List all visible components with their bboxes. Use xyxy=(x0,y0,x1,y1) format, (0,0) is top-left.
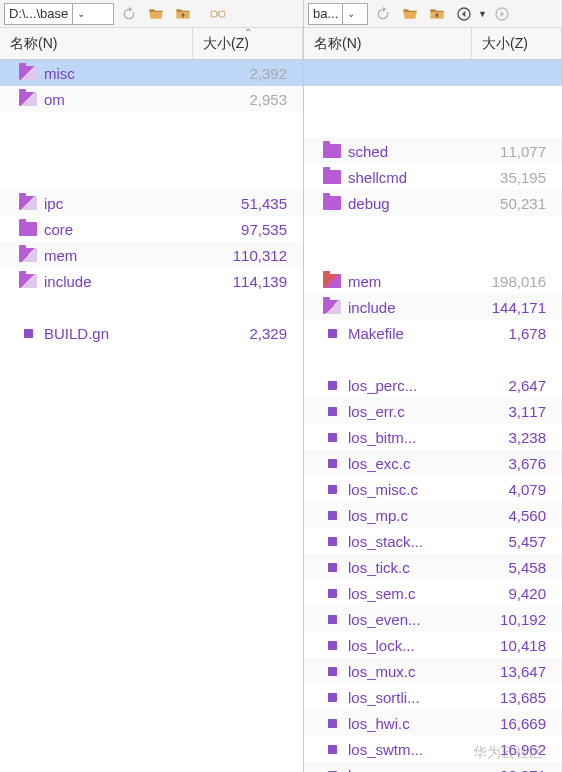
right-file-list[interactable]: sched11,077shellcmd35,195debug50,231mem1… xyxy=(304,60,562,772)
file-icon xyxy=(328,485,337,494)
list-item[interactable]: los_sortli...13,685 xyxy=(304,684,562,710)
history-back-button[interactable]: ▼ xyxy=(452,3,487,25)
item-name: Makefile xyxy=(348,325,469,342)
svg-rect-0 xyxy=(211,11,217,17)
list-item[interactable]: los_mp.c4,560 xyxy=(304,502,562,528)
list-item[interactable]: debug50,231 xyxy=(304,190,562,216)
list-item[interactable]: shellcmd35,195 xyxy=(304,164,562,190)
list-item[interactable]: core97,535 xyxy=(0,216,303,242)
item-size: 51,435 xyxy=(210,195,295,212)
right-toolbar: ba... ⌄ ▼ xyxy=(304,0,562,28)
list-item[interactable]: los_sem.c9,420 xyxy=(304,580,562,606)
list-item[interactable]: los_exc.c3,676 xyxy=(304,450,562,476)
item-size: 10,192 xyxy=(469,611,554,628)
chevron-down-icon[interactable]: ▼ xyxy=(476,9,487,19)
list-item[interactable]: los_mux.c13,647 xyxy=(304,658,562,684)
item-size: 5,457 xyxy=(469,533,554,550)
list-item[interactable]: om2,953 xyxy=(0,86,303,112)
file-icon xyxy=(328,641,337,650)
item-size: 110,312 xyxy=(210,247,295,264)
folder-icon xyxy=(19,222,37,236)
item-name: ipc xyxy=(44,195,210,212)
item-size: 13,685 xyxy=(469,689,554,706)
file-icon xyxy=(328,511,337,520)
item-name: los_misc.c xyxy=(348,481,469,498)
col-name[interactable]: 名称(N) xyxy=(304,28,472,59)
item-name: mem xyxy=(348,273,469,290)
item-name: misc xyxy=(44,65,210,82)
list-item[interactable]: include114,139 xyxy=(0,268,303,294)
spacer-row xyxy=(0,164,303,190)
spacer-row xyxy=(304,346,562,372)
list-item[interactable] xyxy=(304,60,562,86)
list-item[interactable]: include144,171 xyxy=(304,294,562,320)
chevron-down-icon[interactable]: ⌄ xyxy=(72,4,88,24)
list-item[interactable]: BUILD.gn2,329 xyxy=(0,320,303,346)
spacer-row xyxy=(0,294,303,320)
folder-icon xyxy=(19,196,37,210)
right-path-text: ba... xyxy=(309,6,342,21)
item-size: 3,238 xyxy=(469,429,554,446)
item-size: 4,079 xyxy=(469,481,554,498)
list-item[interactable]: los_hwi.c16,669 xyxy=(304,710,562,736)
item-size: 16,962 xyxy=(469,741,554,758)
list-item[interactable]: los_stack...5,457 xyxy=(304,528,562,554)
spacer-row xyxy=(0,138,303,164)
item-name: los_mux.c xyxy=(348,663,469,680)
sync-panes-button[interactable] xyxy=(198,3,238,25)
list-item[interactable]: los_queu...22,971 xyxy=(304,762,562,772)
item-name: mem xyxy=(44,247,210,264)
file-icon xyxy=(328,563,337,572)
folder-icon xyxy=(323,170,341,184)
item-size: 10,418 xyxy=(469,637,554,654)
item-name: los_bitm... xyxy=(348,429,469,446)
list-item[interactable]: los_even...10,192 xyxy=(304,606,562,632)
history-forward-button[interactable] xyxy=(490,3,514,25)
item-size: 97,535 xyxy=(210,221,295,238)
item-size: 50,231 xyxy=(469,195,554,212)
list-item[interactable]: los_tick.c5,458 xyxy=(304,554,562,580)
back-icon xyxy=(452,3,476,25)
spacer-row xyxy=(304,242,562,268)
item-size: 13,647 xyxy=(469,663,554,680)
up-folder-button[interactable] xyxy=(425,3,449,25)
left-path-combo[interactable]: D:\...\base ⌄ xyxy=(4,3,114,25)
file-icon xyxy=(328,459,337,468)
list-item[interactable]: ipc51,435 xyxy=(0,190,303,216)
item-name: los_mp.c xyxy=(348,507,469,524)
col-name[interactable]: 名称(N) xyxy=(0,28,193,59)
list-item[interactable]: los_swtm...16,962 xyxy=(304,736,562,762)
col-size[interactable]: 大小(Z) xyxy=(472,28,562,59)
left-pane: D:\...\base ⌄ 名称(N) ⌃ 大小(Z) misc2,392om2… xyxy=(0,0,304,772)
item-name: los_err.c xyxy=(348,403,469,420)
list-item[interactable]: Makefile1,678 xyxy=(304,320,562,346)
sort-caret-icon: ⌃ xyxy=(244,27,252,38)
item-size: 22,971 xyxy=(469,767,554,773)
list-item[interactable]: los_perc...2,647 xyxy=(304,372,562,398)
spacer-row xyxy=(304,112,562,138)
list-item[interactable]: los_bitm...3,238 xyxy=(304,424,562,450)
list-item[interactable]: sched11,077 xyxy=(304,138,562,164)
list-item[interactable]: los_lock...10,418 xyxy=(304,632,562,658)
open-folder-button[interactable] xyxy=(144,3,168,25)
col-size[interactable]: ⌃ 大小(Z) xyxy=(193,28,303,59)
list-item[interactable]: los_err.c3,117 xyxy=(304,398,562,424)
list-item[interactable]: mem110,312 xyxy=(0,242,303,268)
list-item[interactable]: mem198,016 xyxy=(304,268,562,294)
refresh-button[interactable] xyxy=(117,3,141,25)
left-toolbar: D:\...\base ⌄ xyxy=(0,0,303,28)
list-item[interactable]: los_misc.c4,079 xyxy=(304,476,562,502)
open-folder-button[interactable] xyxy=(398,3,422,25)
item-name: los_lock... xyxy=(348,637,469,654)
file-icon xyxy=(328,745,337,754)
list-item[interactable]: misc2,392 xyxy=(0,60,303,86)
up-folder-button[interactable] xyxy=(171,3,195,25)
item-name: los_even... xyxy=(348,611,469,628)
item-size: 4,560 xyxy=(469,507,554,524)
chevron-down-icon[interactable]: ⌄ xyxy=(342,4,358,24)
left-file-list[interactable]: misc2,392om2,953ipc51,435core97,535mem11… xyxy=(0,60,303,772)
folder-icon xyxy=(323,144,341,158)
left-column-headers: 名称(N) ⌃ 大小(Z) xyxy=(0,28,303,60)
refresh-button[interactable] xyxy=(371,3,395,25)
right-path-combo[interactable]: ba... ⌄ xyxy=(308,3,368,25)
